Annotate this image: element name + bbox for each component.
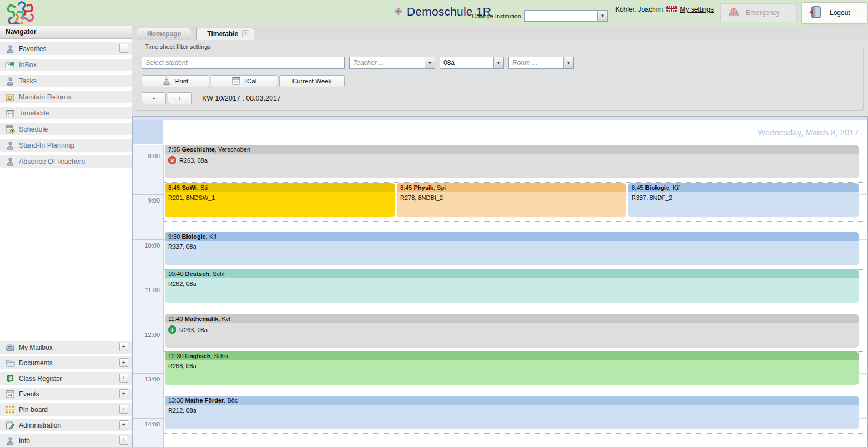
expand-button[interactable]: + <box>119 436 128 445</box>
event-physik[interactable]: 8:45 Physik, SpiR278, 8NDBI_2 <box>397 183 626 217</box>
calendar-grid: 7:55 Geschichte, Verschoben×R263, 08a8:4… <box>164 145 867 447</box>
event-time: 8:45 <box>168 184 181 191</box>
expand-button[interactable]: + <box>119 389 128 398</box>
event-details: R212, 08a <box>165 405 859 414</box>
event-deutsch[interactable]: 10:40 Deutsch, SchlR262, 08a <box>165 269 859 303</box>
navigator-sidebar: Navigator Favorites−InBoxTasksMaintain R… <box>0 26 132 447</box>
event-subject: Geschichte <box>181 146 214 153</box>
event-englisch[interactable]: 12:30 Englisch, SchoR268, 08a <box>165 351 859 385</box>
sidebar-group-label: Administration <box>19 421 61 429</box>
sidebar-item-maintain-returns[interactable]: Maintain Returns <box>0 91 132 103</box>
sidebar-item-timetable[interactable]: Timetable <box>0 107 132 119</box>
chevron-down-icon[interactable]: ▼ <box>563 57 573 68</box>
event-subject: Biologie <box>181 233 205 240</box>
event-teacher: , Böc <box>224 397 238 404</box>
event-details: R262, 08a <box>165 278 859 287</box>
event-mathe-f-rder[interactable]: 13:30 Mathe Förder, BöcR212, 08a <box>165 396 859 429</box>
sidebar-group-info[interactable]: Info+ <box>0 434 132 447</box>
expand-button[interactable]: + <box>119 358 128 367</box>
event-teacher: , Spi <box>433 184 446 191</box>
person-icon <box>5 436 15 445</box>
event-mathematik[interactable]: 11:40 Mathematik, Kvt+R263, 08a <box>165 314 859 348</box>
uk-flag-icon[interactable] <box>666 6 677 13</box>
person-icon <box>5 157 15 167</box>
event-header: 12:30 Englisch, Scho <box>165 351 859 360</box>
sidebar-group-pin-board[interactable]: Pin-board+ <box>0 403 132 416</box>
gutter-hour-line <box>133 418 163 419</box>
svg-text:23: 23 <box>234 80 239 84</box>
tab-timetable[interactable]: Timetable× <box>196 28 254 40</box>
event-time: 7:55 <box>168 146 181 153</box>
title-flower-icon <box>394 7 402 17</box>
expand-button[interactable]: + <box>119 420 128 429</box>
event-biologie[interactable]: 8:45 Biologie, KifR337, 8NDF_2 <box>628 183 859 217</box>
chevron-down-icon[interactable]: ▼ <box>597 11 607 21</box>
current-week-button[interactable]: Current Week <box>279 75 345 87</box>
sidebar-item-label: Stand-In Planning <box>19 142 74 149</box>
hour-label: 14:00 <box>144 421 160 428</box>
teacher-select[interactable]: Teacher ... ▼ <box>349 57 435 69</box>
event-header: 7:55 Geschichte, Verschoben <box>165 145 859 154</box>
event-subject: Mathe Förder <box>185 397 224 404</box>
event-sowi[interactable]: 8:45 SoWi, StiR201, 8NDSW_1 <box>165 183 395 217</box>
sidebar-group-class-register[interactable]: Class Register+ <box>0 372 132 385</box>
sidebar-group-label: Favorites <box>19 45 46 53</box>
week-next-button[interactable]: + <box>168 92 192 104</box>
event-biologie[interactable]: 9:50 Biologie, KifR337, 08a <box>165 232 859 265</box>
lesson-boundary-line <box>164 182 867 183</box>
chevron-down-icon[interactable]: ▼ <box>425 57 435 68</box>
sidebar-group-events[interactable]: 24Events+ <box>0 388 132 400</box>
room-select[interactable]: Room ... ▼ <box>508 57 574 69</box>
event-room: R201, 8NDSW_1 <box>168 194 215 201</box>
event-details: R337, 8NDF_2 <box>628 192 859 201</box>
person-icon <box>5 44 15 53</box>
sidebar-group-administration[interactable]: Administration+ <box>0 419 132 431</box>
event-room: R263, 08a <box>179 157 208 164</box>
expand-button[interactable]: + <box>119 374 128 383</box>
sidebar-group-label: Documents <box>19 359 53 367</box>
week-prev-button[interactable]: - <box>142 92 166 104</box>
gutter-hour-line <box>133 194 163 195</box>
event-teacher: , Sti <box>197 184 208 191</box>
sidebar-item-stand-in-planning[interactable]: Stand-In Planning <box>0 139 132 152</box>
chevron-down-icon[interactable]: ▼ <box>493 57 503 68</box>
event-details: R201, 8NDSW_1 <box>165 192 395 201</box>
sidebar-item-tasks[interactable]: Tasks <box>0 75 132 87</box>
sidebar-item-schedule[interactable]: Schedule <box>0 123 132 135</box>
event-details: R268, 08a <box>165 360 859 369</box>
person-icon <box>5 77 15 86</box>
ical-button[interactable]: 23 ICal <box>211 75 277 87</box>
calendar-icon: 23 <box>232 76 240 86</box>
print-button[interactable]: Print <box>142 75 209 87</box>
app-header: Demoschule 1R Change Institution ▼ Köhle… <box>0 0 868 26</box>
event-header: 10:40 Deutsch, Schl <box>165 269 859 278</box>
sidebar-item-inbox[interactable]: InBox <box>0 59 132 71</box>
sidebar-group-documents[interactable]: Documents+ <box>0 356 132 369</box>
expand-button[interactable]: + <box>119 343 128 351</box>
emergency-button[interactable]: Emergency <box>720 3 797 22</box>
sidebar-group-my-mailbox[interactable]: My Mailbox+ <box>0 341 132 354</box>
event-room: R212, 08a <box>168 407 196 414</box>
event-time: 13:30 <box>168 397 185 404</box>
tab-bar: Homepage Timetable× <box>132 26 868 40</box>
event-header: 9:50 Biologie, Kif <box>165 232 859 241</box>
logout-door-icon <box>809 5 823 21</box>
class-select[interactable]: 08a ▼ <box>440 57 504 69</box>
event-subject: Biologie <box>645 184 669 191</box>
tab-homepage[interactable]: Homepage <box>137 28 191 40</box>
sidebar-group-favorites[interactable]: Favorites− <box>0 42 132 55</box>
inbox-icon <box>5 61 15 70</box>
event-geschichte[interactable]: 7:55 Geschichte, Verschoben×R263, 08a <box>165 145 859 178</box>
select-student-input[interactable] <box>142 57 345 69</box>
app-logo-icon <box>7 1 36 26</box>
sidebar-item-absence-of-teachers[interactable]: Absence Of Teachers <box>0 155 132 168</box>
my-settings-link[interactable]: My settings <box>680 6 714 13</box>
expand-button[interactable]: + <box>119 405 128 414</box>
lesson-boundary-line <box>164 389 867 389</box>
hour-label: 8:00 <box>148 153 160 159</box>
logout-button[interactable]: Logout <box>801 2 868 24</box>
close-icon[interactable]: × <box>242 30 249 37</box>
collapse-button[interactable]: − <box>119 44 128 53</box>
change-institution-select[interactable]: ▼ <box>524 10 608 22</box>
event-room: R337, 08a <box>168 243 196 250</box>
